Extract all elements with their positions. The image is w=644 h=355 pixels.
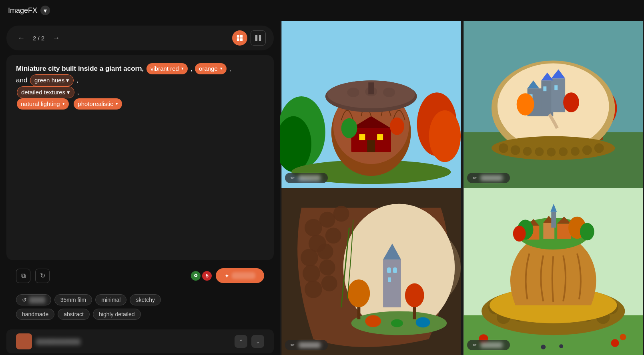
svg-point-64 (317, 243, 333, 259)
prompt-chip-green-hues[interactable]: green hues ▾ (30, 74, 74, 86)
acorn-image-4 (462, 188, 644, 355)
svg-rect-74 (393, 267, 397, 273)
refresh-icon: ↻ (40, 272, 45, 279)
sparkle-icon: ✦ (225, 273, 229, 279)
image-1-edit-button[interactable]: ✏ ██████ (285, 173, 328, 183)
svg-point-81 (416, 317, 430, 327)
svg-point-62 (325, 228, 341, 244)
svg-point-59 (319, 212, 335, 228)
svg-rect-71 (383, 259, 401, 307)
svg-point-58 (305, 219, 322, 237)
svg-point-36 (498, 144, 508, 153)
pencil-icon-4: ✏ (473, 342, 477, 348)
svg-rect-52 (543, 86, 546, 91)
prompt-comma-2: , (229, 65, 231, 72)
logo-dropdown-button[interactable]: ▾ (40, 6, 50, 15)
svg-point-25 (390, 118, 404, 135)
style-chips-area: ↺ ████ 35mm film minimal sketchy handmad… (6, 291, 274, 328)
refresh-small-icon: ↺ (22, 297, 27, 303)
red-badge-count: 5 (206, 273, 209, 279)
image-grid: ✏ ██████ (280, 21, 644, 355)
prompt-prefix: Miniature city built inside a giant acor… (16, 65, 144, 72)
generate-button[interactable]: ✦ ████ (216, 268, 264, 283)
chip-arrow-icon-5: ▾ (62, 100, 65, 108)
prompt-chip-natural-lighting[interactable]: natural lighting ▾ (17, 98, 69, 110)
acorn-image-3 (280, 188, 462, 355)
style-chip-handmade[interactable]: handmade (16, 309, 54, 320)
svg-point-42 (571, 147, 580, 156)
svg-rect-3 (240, 38, 243, 41)
chevron-down-icon: ▾ (44, 7, 47, 14)
prev-button[interactable]: ← (14, 32, 28, 44)
svg-rect-26 (368, 82, 374, 94)
svg-point-114 (580, 223, 594, 241)
prompt-comma-3: , (76, 76, 78, 84)
header: ImageFX ▾ (0, 0, 644, 21)
split-view-icon (255, 34, 262, 42)
page-counter: 2 / 2 (33, 35, 44, 42)
chip-arrow-icon-2: ▾ (220, 65, 223, 72)
navigation-bar: ← 2 / 2 → (6, 26, 274, 50)
image-cell-4: ✏ ██████ (462, 188, 644, 355)
image-3-edit-button[interactable]: ✏ ██████ (285, 340, 328, 350)
style-chip-abstract-label: abstract (64, 311, 84, 317)
green-badge-icon: ♻ (194, 273, 198, 278)
pencil-icon-2: ✏ (473, 175, 477, 181)
svg-rect-73 (387, 267, 391, 273)
svg-point-37 (510, 146, 520, 155)
counter-badges: ♻ 5 (191, 271, 212, 281)
svg-point-80 (365, 315, 381, 327)
pencil-icon-3: ✏ (291, 342, 295, 348)
prompt-chip-orange[interactable]: orange ▾ (195, 63, 227, 74)
style-chip-minimal[interactable]: minimal (95, 294, 126, 305)
image-4-action-label: ██████ (479, 342, 504, 348)
split-view-button[interactable] (251, 30, 266, 46)
svg-rect-5 (259, 35, 261, 41)
svg-rect-23 (367, 140, 375, 152)
svg-point-9 (429, 110, 461, 162)
svg-point-18 (383, 88, 395, 97)
style-chip-highly-detailed[interactable]: highly detailed (93, 309, 141, 320)
svg-point-68 (321, 275, 337, 291)
style-chip-refresh[interactable]: ↺ ████ (16, 294, 51, 305)
nav-arrows: ← 2 / 2 → (14, 32, 63, 44)
svg-point-60 (333, 206, 349, 222)
image-2-action-label: ██████ (479, 175, 504, 181)
svg-point-79 (405, 283, 424, 307)
svg-point-77 (348, 279, 370, 307)
thumbnail-preview (16, 333, 32, 349)
style-chip-abstract[interactable]: abstract (58, 309, 90, 320)
svg-point-39 (535, 147, 544, 156)
action-left-buttons: ⧉ ↻ (16, 269, 50, 283)
prompt-chip-vibrant-red[interactable]: vibrant red ▾ (146, 63, 188, 74)
prompt-chip-detailed-textures[interactable]: detailed textures ▾ (17, 86, 74, 98)
svg-point-41 (559, 147, 568, 156)
style-chip-blur-label: ████ (29, 297, 45, 303)
prompt-area[interactable]: Miniature city built inside a giant acor… (6, 55, 274, 260)
image-4-edit-button[interactable]: ✏ ██████ (467, 340, 510, 350)
svg-point-67 (305, 281, 322, 298)
image-4-overlay: ✏ ██████ (467, 340, 640, 350)
style-chip-35mm[interactable]: 35mm film (54, 294, 92, 305)
image-1-action-label: ██████ (297, 175, 322, 181)
image-2-edit-button[interactable]: ✏ ██████ (467, 173, 510, 183)
green-badge: ♻ (191, 271, 201, 281)
svg-rect-2 (237, 38, 239, 41)
prompt-text: Miniature city built inside a giant acor… (16, 63, 264, 110)
svg-rect-4 (255, 35, 257, 41)
prompt-chip-photorealistic[interactable]: photorealistic ▾ (74, 98, 122, 110)
red-badge: 5 (202, 271, 212, 281)
svg-point-55 (563, 92, 579, 112)
image-3-action-label: ██████ (297, 342, 322, 348)
svg-point-115 (513, 226, 526, 242)
next-button[interactable]: → (49, 32, 63, 44)
svg-point-63 (301, 249, 318, 266)
bottom-collapse-button[interactable]: ⌄ (251, 335, 264, 348)
bottom-expand-button[interactable]: ⌃ (235, 335, 247, 348)
svg-rect-110 (551, 212, 556, 228)
grid-view-button[interactable] (232, 30, 247, 46)
style-chip-sketchy[interactable]: sketchy (130, 294, 160, 305)
copy-button[interactable]: ⧉ (16, 269, 30, 283)
refresh-button[interactable]: ↻ (35, 269, 50, 283)
left-panel: ← 2 / 2 → (0, 21, 280, 355)
